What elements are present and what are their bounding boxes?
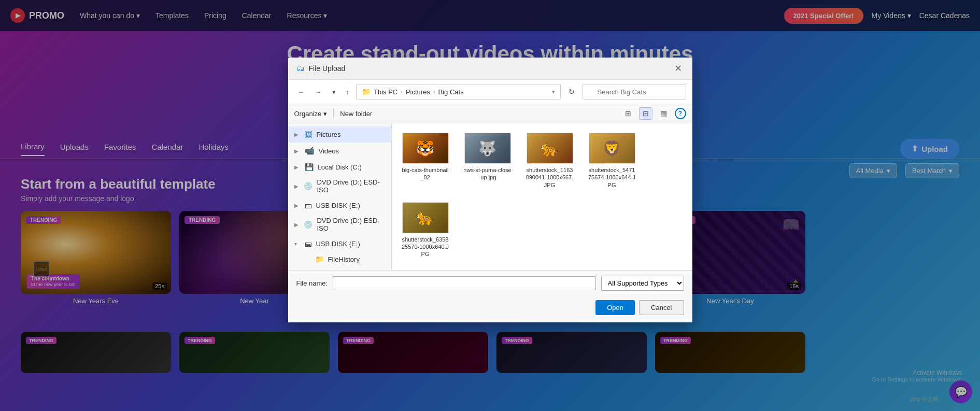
file-thumbnail-4: 🦁	[589, 133, 635, 164]
file-name-4: shutterstock_547175674-1000x644.JPG	[588, 166, 636, 189]
dialog-overlay: 🗂 File Upload ✕ ← → ▾ ↑ 📁 This PC › Pict…	[0, 0, 980, 411]
organize-button[interactable]: Organize ▾	[294, 110, 328, 118]
path-chevron-2: ›	[433, 89, 435, 95]
sidebar-nav-pictures[interactable]: ▶ 🖼 Pictures	[288, 126, 391, 143]
filehistory-folder-icon: 📁	[315, 255, 324, 263]
view-option-1[interactable]: ⊞	[621, 107, 635, 120]
expand-icon-usb1: ▶	[294, 203, 301, 208]
forward-button[interactable]: →	[311, 86, 325, 98]
lion-icon: 🦁	[603, 140, 621, 157]
path-chevron-1: ›	[401, 89, 403, 95]
view-option-3[interactable]: ▦	[657, 107, 671, 120]
recent-locations-button[interactable]: ▾	[329, 86, 339, 98]
sidebar-nav-filehistory[interactable]: 📁 FileHistory	[288, 251, 391, 267]
refresh-button[interactable]: ↻	[564, 86, 579, 98]
sidebar-nav-local-disk[interactable]: ▶ 💾 Local Disk (C:)	[288, 159, 391, 175]
search-wrapper: 🔍	[583, 84, 686, 100]
file-thumbnail-2: 🐺	[464, 133, 511, 164]
dialog-sidebar: ▶ 🖼 Pictures ▶ 📹 Videos ▶ 💾 Local Disk (…	[288, 123, 392, 270]
up-button[interactable]: ↑	[343, 86, 353, 98]
videos-icon: 📹	[305, 146, 315, 155]
sidebar-nav-videos[interactable]: ▶ 📹 Videos	[288, 143, 391, 159]
dialog-title-icon: 🗂	[296, 64, 305, 73]
file-thumbnail-1: 🐯	[402, 133, 449, 164]
dialog-title: 🗂 File Upload	[296, 64, 346, 73]
dialog-addressbar: ← → ▾ ↑ 📁 This PC › Pictures › Big Cats …	[288, 80, 692, 104]
file-item-4[interactable]: 🦁 shutterstock_547175674-1000x644.JPG	[584, 129, 641, 193]
new-folder-button[interactable]: New folder	[340, 110, 372, 118]
path-pictures: Pictures	[406, 88, 430, 96]
path-big-cats: Big Cats	[438, 88, 464, 96]
file-thumbnail-3: 🐆	[527, 133, 573, 164]
usb-icon-2: 🖴	[305, 239, 312, 248]
file-item-3[interactable]: 🐆 shutterstock_1163090041-1000x667.JPG	[521, 129, 578, 193]
dialog-close-button[interactable]: ✕	[672, 63, 684, 74]
filename-input[interactable]	[333, 276, 595, 290]
dvd-icon-1: 💿	[304, 182, 313, 190]
file-name-3: shutterstock_1163090041-1000x667.JPG	[525, 166, 574, 189]
file-item-5[interactable]: 🐆 shutterstock_635825570-1000x640.JPG	[397, 198, 454, 262]
expand-icon-local: ▶	[294, 164, 301, 170]
toolbar-right: ⊞ ⊟ ▦ ?	[621, 107, 686, 120]
expand-icon-videos: ▶	[294, 148, 301, 154]
sidebar-nav-dvd1[interactable]: ▶ 💿 DVD Drive (D:) ESD-ISO	[288, 175, 391, 197]
back-button[interactable]: ←	[294, 86, 308, 98]
expand-icon-dvd1: ▶	[294, 183, 300, 189]
cancel-button[interactable]: Cancel	[639, 300, 684, 315]
sidebar-nav-dvd2[interactable]: ▶ 💿 DVD Drive (D:) ESD-ISO	[288, 213, 391, 236]
path-this-pc: This PC	[374, 88, 397, 96]
cheetah-icon: 🐆	[541, 140, 559, 157]
local-disk-icon: 💾	[305, 163, 314, 171]
file-name-1: big-cats-thumbnail_02	[401, 166, 450, 181]
dialog-files-area: 🐯 big-cats-thumbnail_02 🐺 nws-st-puma-cl…	[392, 123, 692, 270]
dialog-body: ▶ 🖼 Pictures ▶ 📹 Videos ▶ 💾 Local Disk (…	[288, 123, 692, 270]
wolf-icon: 🐺	[478, 140, 496, 157]
expand-icon-pictures: ▶	[294, 132, 301, 137]
dvd-icon-2: 💿	[304, 220, 313, 229]
file-thumbnail-5: 🐆	[402, 202, 449, 233]
file-upload-dialog: 🗂 File Upload ✕ ← → ▾ ↑ 📁 This PC › Pict…	[288, 58, 692, 322]
usb-icon-1: 🖴	[305, 201, 312, 209]
dialog-actions: Open Cancel	[288, 296, 692, 322]
expand-icon-dvd2: ▶	[294, 222, 300, 228]
toolbar-divider	[333, 109, 334, 118]
file-name-5: shutterstock_635825570-1000x640.JPG	[401, 236, 450, 258]
dialog-toolbar: Organize ▾ New folder ⊞ ⊟ ▦ ?	[288, 104, 692, 123]
filename-label: File name:	[296, 279, 328, 287]
dialog-titlebar: 🗂 File Upload ✕	[288, 58, 692, 80]
file-item-2[interactable]: 🐺 nws-st-puma-close-up.jpg	[459, 129, 516, 193]
sidebar-nav-usb1[interactable]: ▶ 🖴 USB DISK (E:)	[288, 197, 391, 213]
search-input[interactable]	[583, 84, 686, 100]
tiger-icon: 🐯	[416, 140, 434, 157]
file-name-2: nws-st-puma-close-up.jpg	[463, 166, 512, 181]
expand-icon-usb2: ▾	[294, 241, 301, 247]
address-path[interactable]: 📁 This PC › Pictures › Big Cats ▾	[356, 84, 561, 100]
view-option-2[interactable]: ⊟	[639, 107, 652, 120]
dialog-bottom: File name: All Supported Types	[288, 270, 692, 296]
leopard-icon: 🐆	[416, 209, 434, 226]
filetype-select[interactable]: All Supported Types	[601, 276, 684, 291]
path-dropdown-icon[interactable]: ▾	[552, 89, 555, 95]
folder-icon: 📁	[362, 88, 371, 96]
sidebar-nav-usb2[interactable]: ▾ 🖴 USB DISK (E:)	[288, 236, 391, 251]
pictures-icon: 🖼	[305, 130, 313, 139]
open-button[interactable]: Open	[595, 300, 635, 315]
help-button[interactable]: ?	[675, 108, 686, 119]
file-item-1[interactable]: 🐯 big-cats-thumbnail_02	[397, 129, 454, 193]
chevron-down-icon-organize: ▾	[323, 110, 327, 118]
